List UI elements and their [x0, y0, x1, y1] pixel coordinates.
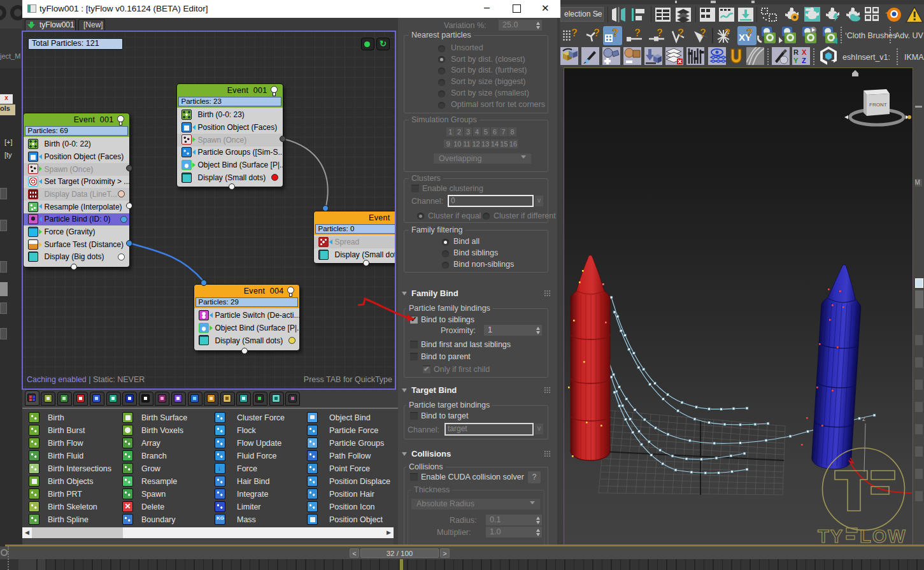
- svg-text:?: ?: [593, 27, 600, 38]
- svg-text:X: X: [739, 32, 745, 43]
- svg-text:TY: TY: [818, 526, 844, 544]
- svg-text:?: ?: [724, 27, 730, 38]
- svg-text:?: ?: [746, 27, 753, 38]
- svg-text:?: ?: [634, 27, 641, 38]
- svg-text:Z: Z: [802, 57, 806, 64]
- svg-text:?: ?: [700, 27, 706, 38]
- svg-text:z: z: [862, 415, 865, 422]
- svg-text:?: ?: [612, 27, 618, 38]
- svg-text:?: ?: [657, 27, 663, 38]
- svg-text:FRONT: FRONT: [869, 102, 887, 108]
- svg-text:?: ?: [678, 27, 684, 38]
- svg-text:?: ?: [571, 27, 578, 38]
- svg-text:LOW: LOW: [860, 526, 907, 544]
- svg-text:R: R: [793, 48, 799, 56]
- svg-text:Y: Y: [793, 57, 799, 64]
- svg-text:X: X: [802, 48, 807, 56]
